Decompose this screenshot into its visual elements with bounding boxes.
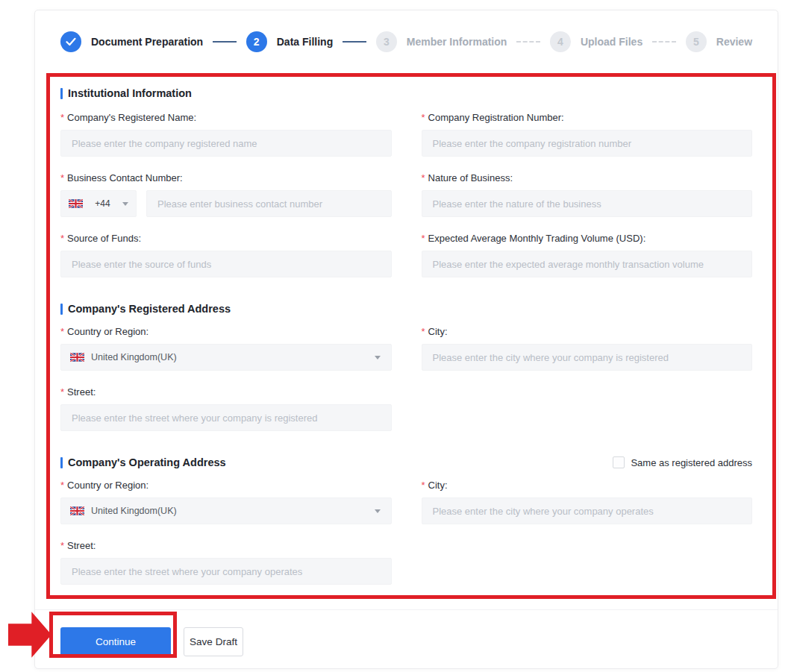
required-asterisk: * — [60, 112, 64, 123]
trading-volume-control — [422, 251, 753, 277]
required-asterisk: * — [60, 233, 64, 244]
nature-of-business-input[interactable] — [431, 198, 743, 210]
field-registered-city: *City: — [422, 326, 753, 371]
field-label: *Street: — [60, 386, 392, 398]
step-member-information: 3 Member Information — [376, 31, 507, 52]
step-label: Upload Files — [581, 36, 643, 48]
source-of-funds-input[interactable] — [70, 258, 382, 271]
check-icon — [60, 31, 81, 52]
field-registered-street: *Street: — [60, 386, 392, 431]
field-label: *Source of Funds: — [60, 233, 392, 244]
field-label: *Business Contact Number: — [60, 172, 392, 183]
required-asterisk: * — [60, 172, 64, 183]
step-label: Member Information — [407, 36, 507, 48]
registered-city-input[interactable] — [431, 351, 743, 364]
step-review: 5 Review — [686, 31, 752, 52]
field-company-registered-name: *Company's Registered Name: — [60, 112, 392, 157]
section-title: Company's Operating Address — [60, 456, 226, 468]
checkbox-label: Same as registered address — [631, 457, 752, 468]
section-accent-bar — [60, 304, 63, 315]
source-of-funds-control — [60, 251, 392, 277]
registered-street-control — [60, 404, 392, 431]
field-operating-city: *City: — [422, 480, 753, 524]
section-title: Institutional Information — [60, 87, 192, 99]
field-business-contact-number: *Business Contact Number: +44 — [60, 172, 392, 217]
required-asterisk: * — [422, 172, 425, 183]
field-label: *Country or Region: — [60, 480, 392, 491]
chevron-down-icon — [122, 202, 128, 206]
step-label: Document Preparation — [91, 36, 203, 48]
checkbox-box[interactable] — [613, 456, 625, 468]
registered-city-control — [422, 344, 753, 371]
selected-country: United Kingdom(UK) — [91, 352, 177, 362]
section-accent-bar — [60, 457, 63, 468]
operating-country-select[interactable]: United Kingdom(UK) — [60, 497, 392, 524]
operating-street-input[interactable] — [70, 565, 382, 578]
registered-street-input[interactable] — [70, 412, 382, 424]
step-connector — [343, 41, 366, 43]
required-asterisk: * — [422, 112, 425, 123]
operating-city-input[interactable] — [431, 505, 743, 518]
same-as-registered-checkbox[interactable]: Same as registered address — [613, 456, 752, 468]
step-document-preparation[interactable]: Document Preparation — [60, 31, 203, 52]
step-upload-files: 4 Upload Files — [550, 31, 643, 52]
uk-flag-icon — [70, 506, 84, 515]
step-connector — [516, 41, 540, 43]
required-asterisk: * — [422, 233, 425, 244]
field-label: *Nature of Business: — [422, 172, 753, 183]
operating-city-control — [422, 497, 753, 524]
step-connector — [213, 41, 237, 43]
section-institutional-information: Institutional Information *Company's Reg… — [60, 87, 752, 277]
stepper: Document Preparation 2 Data Filling 3 Me… — [60, 31, 752, 52]
form-footer: Continue Save Draft — [35, 609, 778, 656]
field-label: *Company Registration Number: — [422, 112, 753, 123]
company-registered-name-control — [60, 130, 392, 157]
step-number: 5 — [686, 31, 707, 52]
company-registered-name-input[interactable] — [70, 137, 382, 150]
field-nature-of-business: *Nature of Business: — [422, 172, 753, 217]
field-registered-country: *Country or Region: United Kingdom(UK) — [60, 326, 392, 371]
trading-volume-input[interactable] — [431, 258, 743, 271]
section-registered-address: Company's Registered Address *Country or… — [60, 303, 752, 431]
uk-flag-icon — [70, 353, 84, 362]
chevron-down-icon — [375, 356, 381, 359]
uk-flag-icon — [69, 199, 83, 208]
required-asterisk: * — [422, 480, 425, 491]
field-label: *Company's Registered Name: — [60, 112, 392, 123]
selected-country: United Kingdom(UK) — [91, 506, 177, 516]
step-data-filling[interactable]: 2 Data Filling — [246, 31, 333, 52]
save-draft-button[interactable]: Save Draft — [184, 627, 243, 656]
registration-card: Document Preparation 2 Data Filling 3 Me… — [34, 10, 778, 669]
required-asterisk: * — [422, 326, 425, 337]
section-accent-bar — [60, 88, 63, 99]
field-label: *Street: — [60, 540, 392, 551]
field-company-registration-number: *Company Registration Number: — [422, 112, 753, 157]
step-number: 4 — [550, 31, 571, 52]
business-contact-number-input[interactable] — [156, 198, 382, 210]
required-asterisk: * — [60, 386, 64, 398]
field-label: *City: — [422, 480, 753, 491]
company-registration-number-control — [422, 130, 753, 157]
form-body: Institutional Information *Company's Reg… — [35, 52, 778, 585]
step-connector — [652, 41, 676, 43]
step-number: 2 — [246, 31, 267, 52]
operating-street-control — [60, 558, 392, 585]
field-label: *City: — [422, 326, 753, 337]
required-asterisk: * — [60, 480, 64, 491]
continue-button[interactable]: Continue — [60, 627, 171, 656]
business-contact-number-control — [146, 190, 392, 217]
field-operating-country: *Country or Region: United Kingdom(UK) — [60, 480, 392, 524]
chevron-down-icon — [375, 509, 381, 513]
required-asterisk: * — [60, 326, 64, 337]
registered-country-select[interactable]: United Kingdom(UK) — [60, 344, 392, 371]
company-registration-number-input[interactable] — [431, 137, 743, 150]
field-source-of-funds: *Source of Funds: — [60, 233, 392, 277]
section-title: Company's Registered Address — [60, 303, 231, 315]
dial-code-select[interactable]: +44 — [60, 190, 137, 217]
field-label: *Expected Average Monthly Trading Volume… — [422, 233, 753, 244]
step-label: Review — [716, 36, 752, 48]
field-label: *Country or Region: — [60, 326, 392, 337]
field-trading-volume: *Expected Average Monthly Trading Volume… — [422, 233, 753, 277]
field-operating-street: *Street: — [60, 540, 392, 585]
required-asterisk: * — [60, 540, 64, 551]
